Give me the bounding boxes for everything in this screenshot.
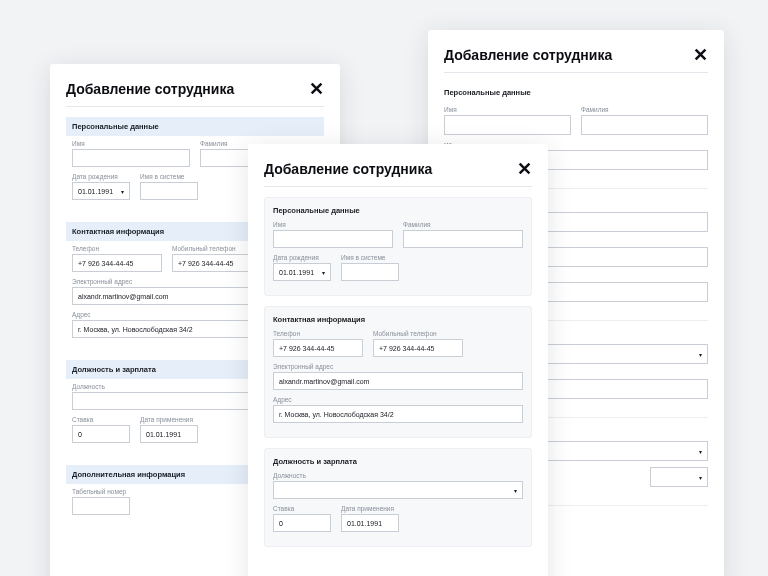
tab-number-input[interactable] bbox=[72, 497, 130, 515]
label-last-name: Фамилия bbox=[403, 221, 523, 228]
label-email: Электронный адрес bbox=[273, 363, 523, 370]
label-last-name: Фамилия bbox=[581, 106, 708, 113]
rate-input[interactable]: 0 bbox=[273, 514, 331, 532]
label-phone: Телефон bbox=[273, 330, 363, 337]
label-mobile: Мобильный телефон bbox=[373, 330, 463, 337]
section-personal: Персональные данные Имя Фамилия Дата рож… bbox=[264, 197, 532, 296]
close-icon[interactable]: ✕ bbox=[309, 80, 324, 98]
label-rate: Ставка bbox=[273, 505, 331, 512]
close-icon[interactable]: ✕ bbox=[517, 160, 532, 178]
apply-date-input[interactable]: 01.01.1991 bbox=[341, 514, 399, 532]
section-title-position: Должность и зарплата bbox=[273, 455, 523, 472]
system-name-input[interactable] bbox=[341, 263, 399, 281]
label-apply-date: Дата применения bbox=[341, 505, 399, 512]
section-title-personal: Персональные данные bbox=[444, 83, 708, 102]
email-input[interactable]: alxandr.martinov@gmail.com bbox=[273, 372, 523, 390]
chevron-down-icon: ▾ bbox=[699, 448, 702, 455]
section-title-contact: Контактная информация bbox=[273, 313, 523, 330]
chevron-down-icon: ▾ bbox=[699, 351, 702, 358]
modal-header: Добавление сотрудника ✕ bbox=[444, 46, 708, 73]
birth-date-select[interactable]: 01.01.1991▾ bbox=[273, 263, 331, 281]
label-first-name: Имя bbox=[273, 221, 393, 228]
section-title-personal: Персональные данные bbox=[273, 204, 523, 221]
birth-date-select[interactable]: 01.01.1991▾ bbox=[72, 182, 130, 200]
modal-title: Добавление сотрудника bbox=[444, 47, 612, 63]
label-system-name: Имя в системе bbox=[341, 254, 399, 261]
label-tab-number: Табельный номер bbox=[72, 488, 130, 495]
add-employee-modal-variant-b: Добавление сотрудника ✕ Персональные дан… bbox=[248, 144, 548, 576]
chevron-down-icon: ▾ bbox=[121, 188, 124, 195]
section-title-personal: Персональные данные bbox=[66, 117, 324, 136]
label-system-name: Имя в системе bbox=[140, 173, 198, 180]
rate-input[interactable]: 0 bbox=[72, 425, 130, 443]
apply-date-input[interactable]: 01.01.1991 bbox=[140, 425, 198, 443]
label-first-name: Имя bbox=[72, 140, 190, 147]
first-name-input[interactable] bbox=[273, 230, 393, 248]
phone-input[interactable]: +7 926 344-44-45 bbox=[72, 254, 162, 272]
chevron-down-icon: ▾ bbox=[322, 269, 325, 276]
label-job-title: Должность bbox=[273, 472, 523, 479]
section-position: Должность и зарплата Должность ▾ Ставка … bbox=[264, 448, 532, 547]
chevron-down-icon: ▾ bbox=[699, 474, 702, 481]
last-name-input[interactable] bbox=[581, 115, 708, 135]
modal-title: Добавление сотрудника bbox=[66, 81, 234, 97]
chevron-down-icon: ▾ bbox=[514, 487, 517, 494]
label-phone: Телефон bbox=[72, 245, 162, 252]
label-birth-date: Дата рождения bbox=[72, 173, 130, 180]
close-icon[interactable]: ✕ bbox=[693, 46, 708, 64]
first-name-input[interactable] bbox=[444, 115, 571, 135]
section-contact: Контактная информация Телефон +7 926 344… bbox=[264, 306, 532, 438]
first-name-input[interactable] bbox=[72, 149, 190, 167]
last-name-input[interactable] bbox=[403, 230, 523, 248]
label-address: Адрес bbox=[273, 396, 523, 403]
phone-input[interactable]: +7 926 344-44-45 bbox=[273, 339, 363, 357]
modal-title: Добавление сотрудника bbox=[264, 161, 432, 177]
label-birth-date: Дата рождения bbox=[273, 254, 331, 261]
mobile-input[interactable]: +7 926 344-44-45 bbox=[373, 339, 463, 357]
system-name-input[interactable] bbox=[140, 182, 198, 200]
extra-select-2[interactable]: ▾ bbox=[650, 467, 708, 487]
job-title-select[interactable]: ▾ bbox=[273, 481, 523, 499]
modal-header: Добавление сотрудника ✕ bbox=[66, 80, 324, 107]
label-apply-date: Дата применения bbox=[140, 416, 198, 423]
label-first-name: Имя bbox=[444, 106, 571, 113]
label-rate: Ставка bbox=[72, 416, 130, 423]
address-input[interactable]: г. Москва, ул. Новослободская 34/2 bbox=[273, 405, 523, 423]
modal-header: Добавление сотрудника ✕ bbox=[264, 160, 532, 187]
